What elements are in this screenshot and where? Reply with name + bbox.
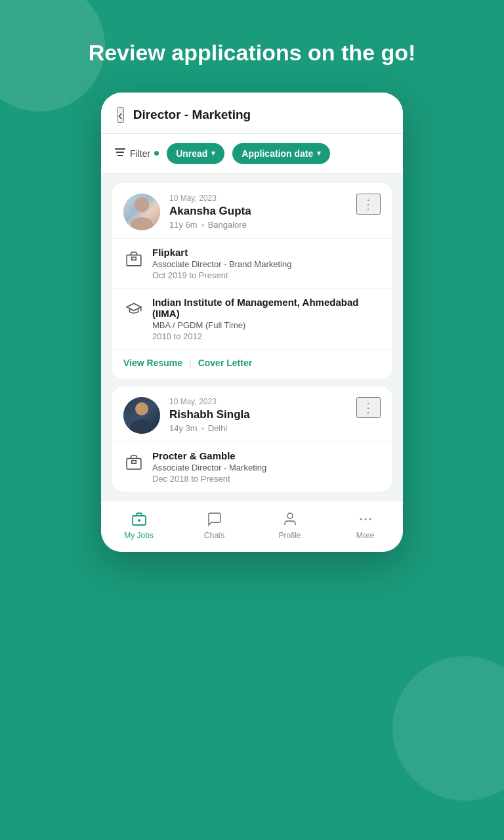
rishabh-company: Procter & Gamble bbox=[152, 450, 266, 461]
unread-label: Unread bbox=[176, 148, 207, 159]
sep-dot bbox=[201, 224, 204, 226]
nav-item-chats[interactable]: Chats bbox=[177, 511, 252, 540]
rishabh-photo bbox=[123, 397, 160, 434]
my-jobs-icon bbox=[131, 511, 148, 528]
nav-item-profile[interactable]: Profile bbox=[252, 511, 327, 540]
akansha-photo bbox=[123, 194, 160, 230]
company-icon-2 bbox=[123, 452, 144, 472]
akansha-edu-org: Indian Institute of Management, Ahmedaba… bbox=[152, 297, 381, 319]
card-header-rishabh: 10 May, 2023 Rishabh Singla 14y 3m Delhi… bbox=[112, 387, 392, 442]
rishabh-role: Associate Director - Marketing bbox=[152, 463, 266, 472]
profile-icon bbox=[282, 511, 299, 528]
svg-point-12 bbox=[360, 518, 362, 520]
filter-icon bbox=[114, 148, 126, 159]
akansha-employment-details: Flipkart Associate Director - Brand Mark… bbox=[152, 247, 291, 280]
rishabh-location: Delhi bbox=[208, 423, 228, 433]
rishabh-employment: Procter & Gamble Associate Director - Ma… bbox=[112, 442, 392, 492]
nav-item-my-jobs[interactable]: My Jobs bbox=[101, 511, 177, 540]
rishabh-more-button[interactable]: ⋮ bbox=[356, 397, 381, 418]
akansha-edu-period: 2010 to 2012 bbox=[152, 331, 381, 341]
akansha-links: View Resume | Cover Letter bbox=[112, 350, 392, 379]
bg-blob-bottom-right bbox=[392, 656, 504, 801]
phone-card: ‹ Director - Marketing Filter Unread ▾ A… bbox=[101, 93, 403, 552]
more-label: More bbox=[356, 531, 374, 540]
rishabh-date: 10 May, 2023 bbox=[169, 397, 250, 406]
svg-point-11 bbox=[287, 513, 293, 518]
filter-active-dot bbox=[154, 151, 159, 156]
rishabh-exp-loc: 14y 3m Delhi bbox=[169, 423, 250, 433]
my-jobs-label: My Jobs bbox=[124, 531, 154, 540]
card-meta-akansha: 10 May, 2023 Akansha Gupta 11y 6m Bangal… bbox=[169, 194, 251, 230]
rishabh-head bbox=[135, 402, 148, 415]
profile-label: Profile bbox=[278, 531, 301, 540]
akansha-head bbox=[135, 198, 149, 212]
akansha-location: Bangalore bbox=[208, 220, 247, 230]
avatar-akansha bbox=[123, 194, 160, 230]
akansha-degree: MBA / PGDM (Full Time) bbox=[152, 320, 381, 330]
unread-chevron-icon: ▾ bbox=[211, 149, 215, 158]
bottom-navigation: My Jobs Chats Profile bbox=[101, 501, 403, 552]
rishabh-employment-details: Procter & Gamble Associate Director - Ma… bbox=[152, 450, 266, 484]
akansha-education-details: Indian Institute of Management, Ahmedaba… bbox=[152, 297, 381, 341]
back-button[interactable]: ‹ bbox=[117, 107, 124, 123]
avatar-rishabh bbox=[123, 397, 160, 434]
rishabh-emp-period: Dec 2018 to Present bbox=[152, 474, 266, 484]
filter-button[interactable]: Filter bbox=[114, 148, 159, 159]
akansha-company: Flipkart bbox=[152, 247, 291, 258]
akansha-more-button[interactable]: ⋮ bbox=[356, 194, 381, 215]
akansha-role: Associate Director - Brand Marketing bbox=[152, 259, 291, 269]
more-icon bbox=[357, 511, 374, 528]
topbar-title: Director - Marketing bbox=[133, 108, 251, 122]
filter-bar: Filter Unread ▾ Application date ▾ bbox=[101, 134, 403, 174]
card-meta-rishabh: 10 May, 2023 Rishabh Singla 14y 3m Delhi bbox=[169, 397, 250, 433]
svg-point-13 bbox=[364, 518, 366, 520]
card-header-akansha: 10 May, 2023 Akansha Gupta 11y 6m Bangal… bbox=[112, 183, 392, 239]
rishabh-experience: 14y 3m bbox=[169, 423, 198, 433]
akansha-employment: Flipkart Associate Director - Brand Mark… bbox=[112, 239, 392, 289]
page-header-title: Review applications on the go! bbox=[49, 0, 455, 93]
akansha-emp-period: Oct 2019 to Present bbox=[152, 270, 291, 280]
akansha-exp-loc: 11y 6m Bangalore bbox=[169, 220, 251, 230]
candidate-card-rishabh: 10 May, 2023 Rishabh Singla 14y 3m Delhi… bbox=[112, 387, 392, 492]
view-resume-button[interactable]: View Resume bbox=[123, 358, 182, 368]
links-separator: | bbox=[189, 358, 192, 368]
svg-rect-7 bbox=[132, 461, 136, 463]
education-icon bbox=[123, 298, 144, 319]
akansha-experience: 11y 6m bbox=[169, 220, 198, 230]
company-icon bbox=[123, 248, 144, 269]
app-date-label: Application date bbox=[242, 148, 313, 159]
filter-label: Filter bbox=[130, 148, 150, 159]
candidates-list: 10 May, 2023 Akansha Gupta 11y 6m Bangal… bbox=[101, 174, 403, 501]
nav-item-more[interactable]: More bbox=[327, 511, 403, 540]
chats-label: Chats bbox=[204, 531, 224, 540]
cover-letter-button[interactable]: Cover Letter bbox=[198, 358, 252, 368]
akansha-date: 10 May, 2023 bbox=[169, 194, 251, 203]
app-date-filter-button[interactable]: Application date ▾ bbox=[232, 143, 330, 164]
svg-point-14 bbox=[369, 518, 371, 520]
akansha-name: Akansha Gupta bbox=[169, 205, 251, 218]
sep-dot-2 bbox=[201, 427, 204, 430]
topbar: ‹ Director - Marketing bbox=[101, 93, 403, 134]
candidate-card-akansha: 10 May, 2023 Akansha Gupta 11y 6m Bangal… bbox=[112, 183, 392, 379]
chats-icon bbox=[206, 511, 223, 528]
unread-filter-button[interactable]: Unread ▾ bbox=[167, 143, 224, 164]
akansha-education: Indian Institute of Management, Ahmedaba… bbox=[112, 289, 392, 350]
app-date-chevron-icon: ▾ bbox=[317, 149, 321, 158]
rishabh-name: Rishabh Singla bbox=[169, 408, 250, 421]
